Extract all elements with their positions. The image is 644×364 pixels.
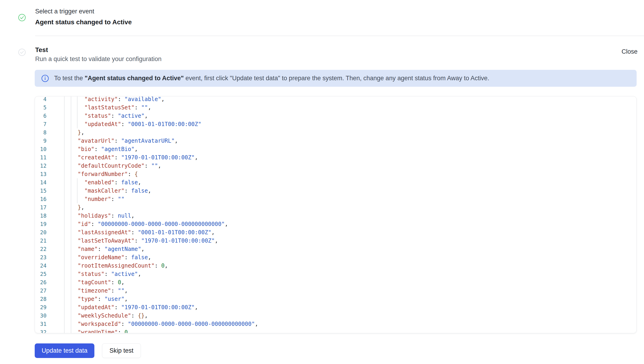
code-editor[interactable]: 4"activity": "available",5"lastStatusSet… [35, 96, 636, 333]
code-line: 6"status": "active", [35, 112, 636, 120]
code-line: 22"name": "agentName", [35, 245, 636, 253]
code-line: 13"forwardNumber": { [35, 170, 636, 178]
line-number: 4 [35, 96, 46, 103]
code-line-text: "enabled": false, [84, 178, 141, 187]
code-line: 32"wrapUpTime": 0 [35, 328, 636, 333]
line-number: 10 [35, 145, 46, 153]
info-banner: To test the "Agent status changed to Act… [35, 70, 636, 87]
line-number: 7 [35, 120, 46, 128]
code-line: 18"holidays": null, [35, 212, 636, 220]
line-number: 17 [35, 203, 46, 212]
code-line-text: }, [78, 203, 84, 212]
code-line-text: "createdAt": "1970-01-01T00:00:00Z", [78, 153, 198, 162]
selected-trigger-event: Agent status changed to Active [35, 18, 132, 26]
code-line-text: "status": "active", [84, 112, 148, 120]
code-line-text: "lastAssignedAt": "0001-01-01T00:00:00Z"… [78, 228, 215, 236]
line-number: 32 [35, 328, 46, 333]
code-line-text: "number": "" [84, 195, 124, 203]
code-line: 21"lastSetToAwayAt": "1970-01-01T00:00:0… [35, 236, 636, 245]
code-line-text: "name": "agentName", [78, 245, 144, 253]
code-line-text: "updatedAt": "1970-01-01T00:00:00Z", [78, 303, 198, 312]
line-number: 15 [35, 187, 46, 195]
line-number: 23 [35, 253, 46, 262]
code-line-text: "activity": "available", [84, 96, 165, 103]
code-line: 10"bio": "agentBio", [35, 145, 636, 153]
line-number: 6 [35, 112, 46, 120]
line-number: 24 [35, 262, 46, 270]
line-number: 8 [35, 128, 46, 137]
code-line-text: "holidays": null, [78, 212, 135, 220]
line-number: 30 [35, 312, 46, 320]
line-number: 31 [35, 320, 46, 328]
code-line: 26"tagCount": 0, [35, 278, 636, 286]
code-line-text: "status": "active", [78, 270, 141, 278]
line-number: 14 [35, 178, 46, 187]
code-line-text: "defaultCountryCode": "", [78, 162, 161, 170]
code-line-text: "lastStatusSet": "", [84, 103, 151, 112]
code-line-text: "updatedAt": "0001-01-01T00:00:00Z" [84, 120, 202, 128]
code-line: 4"activity": "available", [35, 96, 636, 103]
code-line: 16"number": "" [35, 195, 636, 203]
line-number: 20 [35, 228, 46, 236]
update-test-data-button[interactable]: Update test data [35, 344, 94, 358]
line-number: 19 [35, 220, 46, 228]
code-line-text: "workspaceId": "00000000-0000-0000-0000-… [78, 320, 258, 328]
code-line-text: "forwardNumber": { [78, 170, 138, 178]
test-section-subtitle: Run a quick test to validate your config… [35, 56, 162, 63]
line-number: 27 [35, 286, 46, 295]
code-line-text: "type": "user", [78, 295, 128, 303]
line-number: 13 [35, 170, 46, 178]
code-line: 23"overrideName": false, [35, 253, 636, 262]
test-section-title: Test [35, 46, 48, 54]
code-line: 28"type": "user", [35, 295, 636, 303]
line-number: 26 [35, 278, 46, 286]
check-circle-pending-icon [18, 48, 26, 57]
code-line: 12"defaultCountryCode": "", [35, 162, 636, 170]
code-line: 14"enabled": false, [35, 178, 636, 187]
skip-test-button[interactable]: Skip test [102, 344, 141, 358]
banner-text: To test the "Agent status changed to Act… [54, 75, 489, 82]
line-number: 5 [35, 103, 46, 112]
line-number: 29 [35, 303, 46, 312]
code-line-text: "bio": "agentBio", [78, 145, 138, 153]
code-line: 7"updatedAt": "0001-01-01T00:00:00Z" [35, 120, 636, 128]
check-circle-icon [18, 14, 26, 22]
line-number: 21 [35, 236, 46, 245]
code-line: 17}, [35, 203, 636, 212]
line-number: 18 [35, 212, 46, 220]
code-line-text: "wrapUpTime": 0 [78, 328, 128, 333]
code-line-text: "overrideName": false, [78, 253, 151, 262]
line-number: 11 [35, 153, 46, 162]
banner-text-bold-segment: "Agent status changed to Active" [85, 75, 184, 82]
code-line-text: "timezone": "", [78, 286, 128, 295]
code-line-text: "rootItemAssignedCount": 0, [78, 262, 168, 270]
code-line: 15"maskCaller": false, [35, 187, 636, 195]
code-line: 8}, [35, 128, 636, 137]
code-scroll-content: 4"activity": "available",5"lastStatusSet… [35, 96, 636, 333]
code-line-text: }, [78, 128, 84, 137]
code-line: 29"updatedAt": "1970-01-01T00:00:00Z", [35, 303, 636, 312]
code-line-text: "maskCaller": false, [84, 187, 151, 195]
line-number: 12 [35, 162, 46, 170]
line-number: 9 [35, 137, 46, 145]
line-number: 16 [35, 195, 46, 203]
code-line: 11"createdAt": "1970-01-01T00:00:00Z", [35, 153, 636, 162]
action-bar: Update test data Skip test [35, 344, 141, 358]
banner-text-segment: event, first click "Update test data" to… [184, 75, 489, 82]
code-line: 31"workspaceId": "00000000-0000-0000-000… [35, 320, 636, 328]
line-number: 28 [35, 295, 46, 303]
step1-title: Select a trigger event [35, 8, 94, 15]
code-line-text: "tagCount": 0, [78, 278, 124, 286]
code-line-text: "avatarUrl": "agentAvatarURL", [78, 137, 178, 145]
code-line: 5"lastStatusSet": "", [35, 103, 636, 112]
info-icon [41, 74, 49, 82]
line-number: 22 [35, 245, 46, 253]
line-number: 25 [35, 270, 46, 278]
section-divider [35, 36, 644, 36]
banner-text-segment: To test the [54, 75, 85, 82]
code-line-text: "id": "00000000-0000-0000-0000-000000000… [78, 220, 228, 228]
close-button[interactable]: Close [622, 48, 638, 55]
code-line: 27"timezone": "", [35, 286, 636, 295]
code-line-text: "lastSetToAwayAt": "1970-01-01T00:00:00Z… [78, 236, 218, 245]
code-line: 9"avatarUrl": "agentAvatarURL", [35, 137, 636, 145]
